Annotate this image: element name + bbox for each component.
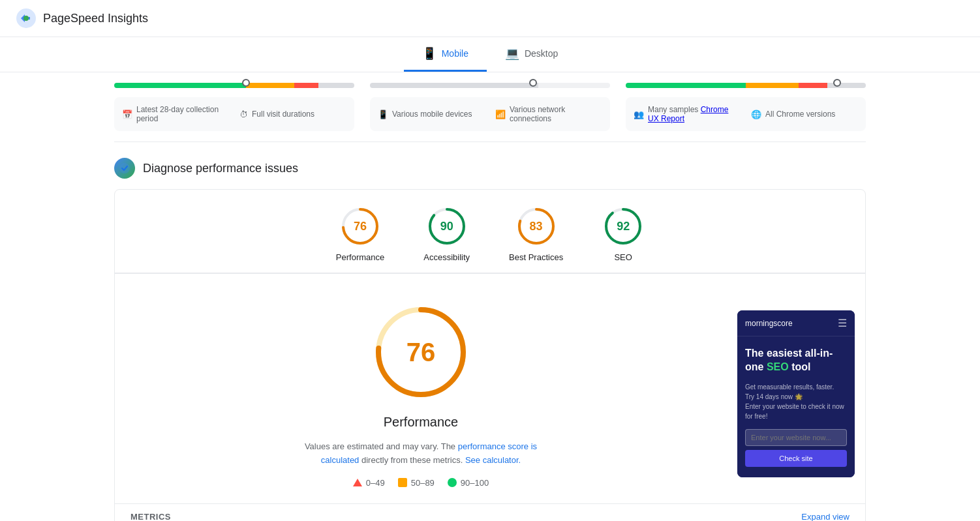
info-item-5: 👥 Many samples Chrome UX Report	[634, 105, 741, 123]
perf-calc-link[interactable]: See calculator.	[465, 455, 521, 465]
diagnose-header: Diagnose performance issues	[114, 158, 866, 179]
progress-col-2: 📱 Various mobile devices 📶 Various netwo…	[370, 83, 610, 131]
ad-sub-text2: Try 14 days now 🌟	[745, 392, 847, 402]
score-item-best-practices[interactable]: 83 Best Practices	[509, 205, 563, 262]
pagespeed-logo-icon	[16, 8, 37, 29]
perf-desc-text2: directly from these metrics.	[361, 455, 465, 465]
info-text-4: Various network connections	[510, 105, 602, 123]
info-grid-1: 📅 Latest 28-day collection period ⏱ Full…	[114, 97, 354, 131]
perf-title: Performance	[384, 415, 459, 430]
perf-main: 76 Performance Values are estimated and …	[115, 300, 727, 488]
tab-desktop[interactable]: 💻 Desktop	[487, 37, 576, 72]
info-text-5: Many samples Chrome UX Report	[648, 105, 741, 123]
ad-menu-icon: ☰	[838, 317, 847, 329]
ad-panel: morningscore ☰ The easiest all-in-one SE…	[737, 310, 855, 477]
ad-headline-link: SEO	[767, 361, 789, 372]
score-card: 76 Performance 90 Accessibility	[114, 189, 866, 521]
legend-red-icon	[353, 479, 362, 486]
mobile-icon: 📱	[422, 46, 436, 61]
score-item-performance[interactable]: 76 Performance	[336, 205, 384, 262]
progress-col-3: 👥 Many samples Chrome UX Report 🌐 All Ch…	[626, 83, 866, 131]
score-item-seo[interactable]: 92 SEO	[602, 205, 644, 262]
logo-container: PageSpeed Insights	[16, 8, 148, 29]
perf-description: Values are estimated and may vary. The p…	[290, 440, 551, 468]
info-item-1: 📅 Latest 28-day collection period	[122, 105, 229, 123]
perf-desc-text1: Values are estimated and may vary. The	[305, 441, 458, 451]
score-item-accessibility[interactable]: 90 Accessibility	[423, 205, 470, 262]
svg-point-1	[23, 16, 29, 21]
big-score-number: 76	[406, 338, 436, 367]
progress-bar-1	[114, 83, 354, 88]
score-number-seo: 92	[617, 220, 630, 233]
big-score-circle: 76	[369, 300, 473, 404]
info-item-3: 📱 Various mobile devices	[378, 105, 485, 123]
expand-view-link[interactable]: Expand view	[801, 512, 850, 521]
desktop-icon: 💻	[505, 46, 519, 61]
ad-sub-text3: Enter your website to check it now for f…	[745, 402, 847, 421]
info-text-1: Latest 28-day collection period	[136, 105, 229, 123]
scores-row: 76 Performance 90 Accessibility	[115, 190, 865, 273]
info-text-6: All Chrome versions	[765, 110, 835, 119]
legend-yellow-label: 50–89	[411, 478, 435, 488]
ad-headline-part1: The easiest all-in-one	[745, 348, 833, 372]
legend-yellow-icon	[398, 478, 407, 487]
ad-check-site-button[interactable]: Check site	[745, 450, 847, 467]
metrics-footer: METRICS Expand view	[115, 503, 865, 521]
info-item-4: 📶 Various network connections	[495, 105, 602, 123]
tab-desktop-label: Desktop	[525, 48, 558, 59]
ad-body: The easiest all-in-one SEO tool Get meas…	[737, 336, 855, 477]
ad-logo-text: morningscore	[745, 319, 793, 328]
svg-point-2	[119, 163, 130, 173]
tab-mobile-label: Mobile	[442, 48, 468, 59]
score-circle-performance: 76	[339, 205, 381, 247]
legend-red-label: 0–49	[366, 478, 385, 488]
tab-mobile[interactable]: 📱 Mobile	[404, 37, 487, 72]
info-text-3: Various mobile devices	[392, 110, 472, 119]
calendar-icon: 📅	[122, 110, 132, 119]
ad-headline-part2: tool	[791, 361, 810, 372]
globe-icon: 🌐	[751, 110, 761, 119]
needle-1	[242, 79, 250, 87]
score-circle-seo: 92	[602, 205, 644, 247]
timer-icon: ⏱	[239, 110, 248, 119]
info-item-2: ⏱ Full visit durations	[239, 105, 346, 123]
phone-icon: 📱	[378, 110, 388, 119]
score-label-best-practices: Best Practices	[509, 252, 563, 262]
app-title: PageSpeed Insights	[43, 12, 148, 25]
performance-detail: 76 Performance Values are estimated and …	[115, 274, 865, 503]
ad-headline: The easiest all-in-one SEO tool	[745, 347, 847, 374]
signal-icon: 📶	[495, 110, 506, 119]
needle-3	[833, 79, 841, 87]
main-content: 📅 Latest 28-day collection period ⏱ Full…	[99, 72, 881, 521]
diagnose-title: Diagnose performance issues	[143, 162, 298, 175]
score-label-performance: Performance	[336, 252, 384, 262]
score-circle-accessibility: 90	[426, 205, 468, 247]
score-number-performance: 76	[354, 220, 367, 233]
legend: 0–49 50–89 90–100	[353, 478, 489, 488]
score-number-accessibility: 90	[440, 220, 453, 233]
info-item-6: 🌐 All Chrome versions	[751, 105, 858, 123]
score-circle-best-practices: 83	[515, 205, 557, 247]
progress-col-1: 📅 Latest 28-day collection period ⏱ Full…	[114, 83, 354, 131]
ad-sub-text1: Get measurable results, faster.	[745, 382, 847, 392]
diagnose-icon	[114, 158, 135, 179]
info-text-2: Full visit durations	[252, 110, 314, 119]
ad-sub-1: Get measurable results, faster. Try 14 d…	[745, 382, 847, 421]
legend-item-red: 0–49	[353, 478, 385, 488]
needle-2	[529, 79, 537, 87]
score-label-accessibility: Accessibility	[423, 252, 470, 262]
score-number-best-practices: 83	[530, 220, 543, 233]
chrome-ux-link[interactable]: Chrome UX Report	[648, 105, 728, 123]
legend-item-green: 90–100	[448, 478, 489, 488]
app-header: PageSpeed Insights	[0, 0, 980, 37]
legend-green-label: 90–100	[461, 478, 489, 488]
metrics-label: METRICS	[130, 512, 171, 521]
score-label-seo: SEO	[614, 252, 632, 262]
info-grid-2: 📱 Various mobile devices 📶 Various netwo…	[370, 97, 610, 131]
people-icon: 👥	[634, 110, 644, 119]
progress-bar-3	[626, 83, 866, 88]
legend-item-yellow: 50–89	[398, 478, 435, 488]
ad-input[interactable]	[745, 429, 847, 446]
progress-section: 📅 Latest 28-day collection period ⏱ Full…	[114, 72, 866, 142]
info-grid-3: 👥 Many samples Chrome UX Report 🌐 All Ch…	[626, 97, 866, 131]
